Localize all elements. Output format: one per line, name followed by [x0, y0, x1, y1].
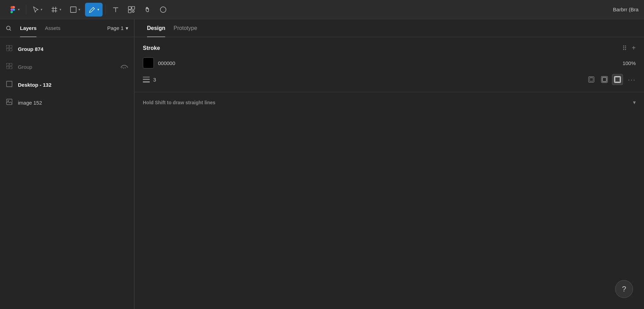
svg-rect-13	[7, 66, 9, 69]
svg-rect-3	[128, 10, 131, 12]
svg-rect-7	[7, 45, 9, 48]
stroke-hex-value[interactable]: 000000	[158, 60, 611, 66]
figma-menu-button[interactable]: ▾	[6, 3, 23, 17]
help-button[interactable]: ?	[615, 280, 633, 298]
layer-name-desktop132: Desktop - 132	[18, 82, 128, 88]
text-tool-button[interactable]	[108, 3, 123, 17]
layer-icon-desktop132	[6, 81, 13, 88]
stroke-section-actions: ⠿ +	[622, 44, 636, 52]
shape-dropdown-chevron: ▾	[78, 8, 80, 11]
layer-name-group874: Group 874	[18, 46, 128, 52]
stroke-add-button[interactable]: +	[632, 44, 636, 52]
svg-rect-17	[589, 77, 594, 82]
layer-item-group[interactable]: Group	[0, 58, 134, 76]
frame-icon	[51, 6, 58, 13]
layer-item-desktop132[interactable]: Desktop - 132	[0, 76, 134, 94]
stroke-color-row: 000000 100%	[143, 57, 636, 68]
svg-rect-8	[10, 45, 12, 48]
figma-dropdown-chevron: ▾	[18, 8, 20, 11]
select-tool-button[interactable]: ▾	[29, 3, 46, 17]
comment-icon	[159, 6, 167, 13]
layer-name-group: Group	[18, 64, 115, 70]
stroke-align-outside-button[interactable]	[612, 74, 623, 85]
stroke-line-3	[143, 81, 150, 83]
main-content: Layers Assets Page 1 ▾	[0, 19, 644, 309]
stroke-color-swatch[interactable]	[143, 57, 154, 68]
tab-prototype[interactable]: Prototype	[169, 19, 201, 37]
hand-tool-button[interactable]	[140, 3, 155, 17]
stroke-more-options-button[interactable]: ···	[628, 76, 636, 84]
stroke-title: Stroke	[143, 45, 622, 51]
svg-point-5	[160, 7, 166, 12]
hint-text: Hold Shift to draw straight lines	[143, 100, 215, 105]
layer-icon-image152	[6, 99, 13, 106]
stroke-section-header: Stroke ⠿ +	[143, 44, 636, 52]
shape-tool-button[interactable]: ▾	[66, 3, 84, 17]
right-panel-tabs: Design Prototype	[135, 19, 644, 37]
right-panel: Design Prototype Stroke ⠿ + 000000 100%	[134, 19, 644, 309]
svg-rect-14	[10, 66, 12, 69]
hand-icon	[144, 6, 151, 13]
hint-section: Hold Shift to draw straight lines ▾	[135, 92, 644, 113]
shape-icon	[70, 6, 77, 13]
text-icon	[112, 6, 119, 13]
stroke-line-1	[143, 77, 150, 77]
left-panel: Layers Assets Page 1 ▾	[0, 19, 134, 309]
frame-dropdown-chevron: ▾	[60, 8, 61, 11]
components-tool-button[interactable]	[124, 3, 139, 17]
stroke-weight-icon	[143, 77, 150, 83]
pen-tool-button[interactable]: ▾	[85, 3, 103, 17]
user-name: Barbrr (Bra	[613, 7, 638, 12]
layer-icon-group874	[6, 45, 13, 53]
components-icon	[128, 6, 135, 13]
svg-rect-10	[10, 49, 12, 51]
toolbar-user-info: Barbrr (Bra	[613, 7, 638, 12]
stroke-settings-row: 3	[143, 74, 636, 85]
toolbar-separator-1	[26, 5, 26, 14]
stroke-opacity-value[interactable]: 100%	[615, 60, 636, 66]
frame-tool-button[interactable]: ▾	[47, 3, 65, 17]
svg-rect-12	[10, 63, 12, 66]
pen-icon	[88, 6, 96, 13]
figma-icon	[9, 6, 17, 13]
toolbar: ▾ ▾ ▾ ▾ ▾	[0, 0, 644, 19]
layer-item-group874[interactable]: Group 874	[0, 40, 134, 58]
comment-tool-button[interactable]	[156, 3, 170, 17]
tab-design[interactable]: Design	[143, 19, 169, 37]
layer-icon-group	[6, 63, 13, 71]
pen-dropdown-chevron: ▾	[97, 8, 99, 11]
svg-rect-0	[71, 7, 76, 12]
svg-rect-1	[128, 6, 131, 9]
svg-rect-20	[602, 77, 606, 82]
page-selector-chevron: ▾	[126, 25, 128, 31]
tab-layers[interactable]: Layers	[16, 19, 41, 37]
svg-point-16	[8, 100, 9, 102]
svg-rect-2	[132, 6, 135, 9]
page-selector[interactable]: Page 1 ▾	[107, 25, 128, 31]
stroke-align-inside-button[interactable]	[586, 74, 597, 85]
search-icon[interactable]	[6, 25, 12, 31]
svg-point-4	[132, 10, 134, 12]
svg-rect-11	[7, 63, 9, 66]
stroke-dots-icon[interactable]: ⠿	[622, 44, 627, 52]
hint-row: Hold Shift to draw straight lines ▾	[143, 99, 636, 106]
svg-rect-18	[590, 78, 593, 81]
toolbar-separator-2	[105, 5, 106, 14]
layer-visibility-icon[interactable]	[120, 63, 128, 71]
layer-name-image152: image 152	[18, 100, 128, 106]
svg-rect-21	[615, 77, 620, 82]
stroke-alignment-buttons: ···	[586, 74, 636, 85]
panel-tabs-bar: Layers Assets Page 1 ▾	[0, 19, 134, 37]
layers-list: Group 874 Group	[0, 37, 134, 309]
svg-point-6	[7, 26, 10, 30]
tab-assets[interactable]: Assets	[41, 19, 64, 37]
select-dropdown-chevron: ▾	[41, 8, 42, 11]
layer-item-image152[interactable]: image 152	[0, 94, 134, 111]
stroke-weight-value[interactable]: 3	[153, 77, 160, 83]
svg-rect-9	[7, 49, 9, 51]
stroke-align-center-button[interactable]	[599, 74, 610, 85]
hint-arrow-icon: ▾	[633, 99, 636, 106]
stroke-line-2	[143, 79, 150, 80]
stroke-section: Stroke ⠿ + 000000 100% 3	[135, 37, 644, 92]
select-icon	[32, 6, 39, 13]
